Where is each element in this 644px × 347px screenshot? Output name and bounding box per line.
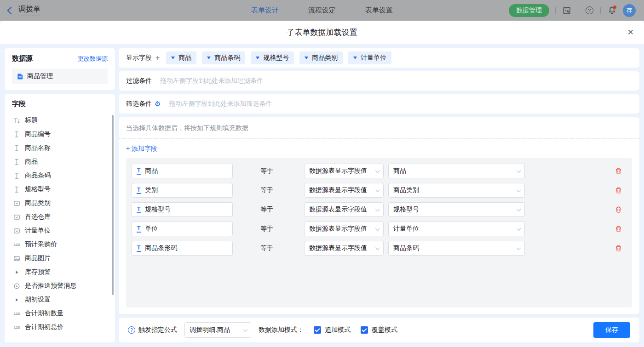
main-panel: 显示字段 + 商品 商品条码 规格型号 <box>119 48 639 342</box>
fill-rules-card: 当选择具体数据后，将按如下规则填充数据 + 添加字段 T 商品 等于 数据源表显… <box>119 117 639 314</box>
field-item[interactable]: 计量单位 <box>12 224 108 238</box>
chevron-down-icon <box>517 245 521 250</box>
sift-condition-label: 筛选条件 <box>126 100 152 108</box>
target-field-value: 规格型号 <box>145 205 171 214</box>
field-item-label: 合计期初总价 <box>25 323 63 331</box>
checkbox-checked-icon[interactable] <box>361 326 368 334</box>
field-item[interactable]: 123 预计采购价 <box>12 238 108 251</box>
add-display-field-button[interactable]: + <box>155 54 160 62</box>
display-field-tag[interactable]: 商品 <box>166 51 196 64</box>
field-item[interactable]: 是否推送预警消息 <box>12 279 108 293</box>
text-field-icon: T <box>137 206 141 213</box>
dropdown-triangle-icon <box>353 57 357 59</box>
append-mode-label: 追加模式 <box>325 326 351 334</box>
append-mode-option[interactable]: 追加模式 <box>314 326 351 334</box>
field-item-label: 计量单位 <box>25 227 51 235</box>
address-book-icon[interactable]: A <box>562 6 572 16</box>
field-item[interactable]: 123 合计期初总价 <box>12 320 108 334</box>
display-field-tag[interactable]: 商品条码 <box>202 51 245 64</box>
target-field-input[interactable]: T 类别 <box>132 183 233 198</box>
source-type-select[interactable]: 数据源表显示字段值 <box>304 241 384 256</box>
svg-text:A: A <box>566 9 569 14</box>
target-field-input[interactable]: T 规格型号 <box>132 202 233 217</box>
display-field-tags: 商品 商品条码 规格型号 商品类别 <box>166 51 391 64</box>
help-icon[interactable]: ? <box>584 6 594 16</box>
target-field-input[interactable]: T 商品条形码 <box>132 241 233 256</box>
tab-flow-settings[interactable]: 流程设定 <box>308 6 336 15</box>
field-item-label: 商品条码 <box>25 171 51 180</box>
target-field-input[interactable]: T 单位 <box>132 222 233 236</box>
user-avatar[interactable]: 存 <box>623 4 636 17</box>
change-datasource-link[interactable]: 更改数据源 <box>78 55 108 63</box>
sift-dropzone[interactable]: 拖动左侧字段到此处来添加筛选条件 <box>169 100 272 108</box>
display-field-tag[interactable]: 规格型号 <box>251 51 294 64</box>
text-field-icon: T <box>137 226 141 233</box>
source-field-select[interactable]: 计量单位 <box>388 222 525 236</box>
fields-scrollbar[interactable] <box>112 115 114 295</box>
delete-rule-icon[interactable] <box>615 187 622 194</box>
chevron-down-icon <box>375 245 380 250</box>
dropdown-triangle-icon <box>256 57 259 59</box>
source-type-select[interactable]: 数据源表显示字段值 <box>304 202 384 217</box>
source-type-select[interactable]: 数据源表显示字段值 <box>304 222 384 236</box>
target-field-value: 单位 <box>145 225 158 233</box>
filter-dropzone[interactable]: 拖动左侧字段到此处来添加过滤条件 <box>160 77 263 85</box>
source-field-select[interactable]: 商品条码 <box>388 241 525 256</box>
source-type-select[interactable]: 数据源表显示字段值 <box>304 164 384 178</box>
field-item[interactable]: 库存预警 <box>12 265 108 279</box>
text-field-icon <box>13 172 21 179</box>
delete-rule-icon[interactable] <box>615 225 622 233</box>
help-icon[interactable]: ? <box>128 326 135 334</box>
tab-form-design[interactable]: 表单设计 <box>251 6 279 15</box>
field-item[interactable]: 规格型号 <box>12 182 108 196</box>
close-icon[interactable]: ✕ <box>627 28 634 37</box>
field-item[interactable]: 商品 <box>12 155 108 169</box>
text-field-icon: T <box>137 245 141 252</box>
display-field-tag[interactable]: 计量单位 <box>348 51 391 64</box>
screen: 调拨单 表单设计 流程设定 表单设置 数据管理 A ? <box>0 0 644 347</box>
delete-rule-icon[interactable] <box>615 206 622 213</box>
image-icon <box>13 255 21 262</box>
rule-row: T 规格型号 等于 数据源表显示字段值 规格型号 <box>132 202 627 217</box>
save-button[interactable]: 保存 <box>593 322 630 338</box>
chevron-down-icon <box>517 188 521 192</box>
source-type-select[interactable]: 数据源表显示字段值 <box>304 183 384 198</box>
form-title[interactable]: 调拨单 <box>18 5 40 16</box>
checkbox-checked-icon[interactable] <box>314 326 321 334</box>
delete-rule-icon[interactable] <box>615 167 622 175</box>
data-manage-button[interactable]: 数据管理 <box>509 4 549 17</box>
chevron-down-icon <box>517 168 521 173</box>
tab-form-settings[interactable]: 表单设置 <box>365 6 393 15</box>
sift-condition-card: 筛选条件 ⚙ 拖动左侧字段到此处来添加筛选条件 <box>119 94 639 114</box>
add-rule-field-link[interactable]: + 添加字段 <box>119 139 165 158</box>
field-item-label: 商品编号 <box>25 130 51 138</box>
field-item[interactable]: 123 合计期初数量 <box>12 307 108 320</box>
delete-rule-icon[interactable] <box>615 245 622 252</box>
field-item[interactable]: 首选仓库 <box>12 210 108 224</box>
datasource-item[interactable]: 商品管理 <box>12 68 108 84</box>
source-field-select[interactable]: 规格型号 <box>388 202 525 217</box>
field-item[interactable]: 商品编号 <box>12 127 108 141</box>
rule-row: T 商品 等于 数据源表显示字段值 商品 <box>132 164 627 178</box>
field-item[interactable]: 期初设置 <box>12 293 108 307</box>
source-field-select[interactable]: 商品类别 <box>388 183 525 198</box>
field-item[interactable]: 商品图片 <box>12 251 108 265</box>
tag-label: 计量单位 <box>361 54 386 62</box>
trigger-formula-select[interactable]: 调拨明细.商品 <box>184 322 251 338</box>
back-icon[interactable] <box>7 7 15 15</box>
field-item-label: 首选仓库 <box>25 213 51 221</box>
gear-icon[interactable]: ⚙ <box>155 100 161 108</box>
field-item[interactable]: 商品名称 <box>12 141 108 155</box>
source-field-select[interactable]: 商品 <box>388 164 525 178</box>
notification-bell-icon[interactable] <box>607 6 617 16</box>
target-field-input[interactable]: T 商品 <box>132 164 233 178</box>
overwrite-mode-option[interactable]: 覆盖模式 <box>361 326 397 334</box>
fields-card: 字段 标题 商品编号 <box>5 94 115 342</box>
field-item[interactable]: 商品条码 <box>12 169 108 182</box>
display-field-tag[interactable]: 商品类别 <box>299 51 343 64</box>
text-field-icon: T <box>137 168 141 175</box>
field-item[interactable]: 商品类别 <box>12 196 108 210</box>
operator-label: 等于 <box>260 205 304 214</box>
select-icon <box>13 214 21 221</box>
field-item[interactable]: 标题 <box>12 114 108 127</box>
